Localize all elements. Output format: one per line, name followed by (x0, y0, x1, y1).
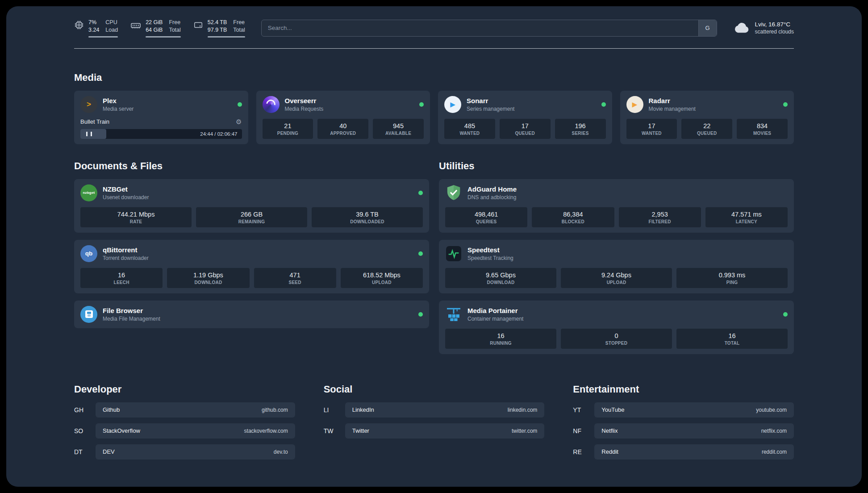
bookmark-link-twitter[interactable]: Twitter twitter.com (345, 423, 545, 439)
stat-value: 1.19 Gbps (169, 272, 247, 279)
bookmark-row: TW Twitter twitter.com (324, 423, 545, 439)
disk-icon (193, 20, 203, 30)
service-card-overseerr[interactable]: Overseerr Media Requests 21PENDING 40APP… (256, 91, 430, 144)
stat-tile: 22QUEUED (681, 119, 732, 139)
bookmark-abbr: LI (324, 406, 345, 414)
service-card-nzbget[interactable]: nzbget NZBGet Usenet downloader 744.21 M… (74, 179, 429, 233)
stat-label: TOTAL (678, 341, 786, 346)
bookmark-group-entertainment: Entertainment YT YouTube youtube.com NF … (573, 384, 794, 460)
bookmark-name: Twitter (352, 427, 369, 434)
filebrowser-icon (80, 306, 97, 323)
bookmark-row: RE Reddit reddit.com (573, 444, 794, 460)
radarr-play-glyph: ▶ (632, 100, 638, 109)
cpu-widget: 7% 3.24 CPU Load (74, 19, 118, 38)
stat-tile: 16LEECH (80, 268, 163, 288)
stat-value: 17 (501, 122, 549, 130)
search-input[interactable] (262, 20, 698, 36)
playback-progress-fill (80, 129, 106, 139)
bookmark-row: DT DEV dev.to (74, 444, 295, 460)
stat-value: 16 (678, 332, 786, 339)
stat-value: 485 (446, 122, 493, 130)
stat-tile: 39.6 TBDOWNLOADED (312, 207, 423, 227)
qbittorrent-wordmark: qb (85, 250, 93, 257)
stat-value: 86,384 (534, 211, 612, 218)
stat-tile: 21PENDING (263, 119, 313, 139)
bookmark-link-github[interactable]: Github github.com (96, 402, 295, 418)
bookmark-link-youtube[interactable]: YouTube youtube.com (594, 402, 794, 418)
search-bar: G (261, 20, 717, 37)
stat-label: WANTED (446, 131, 493, 136)
stat-value: 2,953 (621, 211, 699, 218)
bookmark-url: dev.to (274, 449, 288, 455)
memory-total-label: Total (169, 26, 180, 34)
service-card-plex[interactable]: > Plex Media server Bullet Train ⚙ 24:44… (74, 91, 248, 144)
service-name: File Browser (103, 307, 160, 315)
bookmark-abbr: NF (573, 427, 594, 435)
stat-label: RATE (82, 219, 190, 224)
bookmark-abbr: TW (324, 427, 345, 435)
section-title-utilities: Utilities (439, 160, 794, 172)
stat-label: PING (678, 280, 786, 285)
section-title-documents: Documents & Files (74, 160, 429, 172)
pause-button[interactable] (86, 132, 92, 136)
stat-value: 0.993 ms (678, 272, 786, 279)
service-name: Sonarr (467, 97, 514, 105)
cpu-usage-bar (88, 36, 118, 38)
bookmark-link-dev[interactable]: DEV dev.to (96, 444, 295, 460)
service-card-adguard[interactable]: AdGuard Home DNS and adblocking 498,461Q… (439, 179, 794, 233)
stat-label: SEED (256, 280, 334, 285)
section-title-entertainment: Entertainment (573, 384, 794, 395)
status-dot (601, 102, 606, 107)
media-grid: > Plex Media server Bullet Train ⚙ 24:44… (74, 91, 794, 144)
service-card-portainer[interactable]: Media Portainer Container management 16R… (439, 301, 794, 354)
stat-label: DOWNLOAD (447, 280, 555, 285)
service-card-speedtest[interactable]: Speedtest Speedtest Tracking 9.65 GbpsDO… (439, 240, 794, 293)
service-desc: Usenet downloader (103, 194, 149, 201)
stat-value: 39.6 TB (313, 211, 421, 218)
plex-chevron-glyph: > (87, 100, 91, 109)
stat-label: MOVIES (739, 131, 786, 136)
stat-label: DOWNLOAD (169, 280, 247, 285)
memory-free-value: 22 GiB (146, 19, 163, 26)
service-card-qbittorrent[interactable]: qb qBittorrent Torrent downloader 16LEEC… (74, 240, 429, 293)
status-dot (238, 102, 242, 107)
service-desc: Speedtest Tracking (467, 255, 513, 261)
stat-label: UPLOAD (342, 280, 421, 285)
service-card-sonarr[interactable]: ▶ Sonarr Series management 485WANTED 17Q… (438, 91, 612, 144)
disk-free-label: Free (233, 19, 245, 26)
overseerr-swirl (264, 98, 277, 111)
stat-value: 0 (563, 332, 670, 339)
disk-widget: 52.4 TB 97.9 TB Free Total (193, 19, 245, 38)
stat-label: PENDING (264, 131, 312, 136)
disk-usage-bar (208, 36, 245, 38)
status-dot (783, 312, 788, 317)
stat-tile: 40APPROVED (317, 119, 368, 139)
bookmark-link-stackoverflow[interactable]: StackOverflow stackoverflow.com (96, 423, 295, 439)
memory-usage-bar (146, 36, 181, 38)
bookmark-link-reddit[interactable]: Reddit reddit.com (594, 444, 794, 460)
sonarr-icon: ▶ (444, 96, 461, 113)
gear-icon[interactable]: ⚙ (236, 118, 242, 125)
bookmark-url: github.com (262, 407, 288, 413)
playback-progress-bar[interactable]: 24:44 / 02:06:47 (80, 129, 242, 139)
service-card-radarr[interactable]: ▶ Radarr Movie management 17WANTED 22QUE… (620, 91, 794, 144)
search-provider-button[interactable]: G (698, 20, 717, 36)
service-card-filebrowser[interactable]: File Browser Media File Management (74, 301, 429, 328)
service-name: Radarr (649, 97, 696, 105)
bookmark-link-netflix[interactable]: Netflix netflix.com (594, 423, 794, 439)
bookmark-name: LinkedIn (352, 406, 374, 413)
documents-column: Documents & Files nzbget NZBGet Usenet d… (74, 160, 429, 328)
stat-value: 47.571 ms (707, 211, 786, 218)
section-title-social: Social (324, 384, 545, 395)
bookmark-url: reddit.com (762, 449, 787, 455)
bookmark-link-linkedin[interactable]: LinkedIn linkedin.com (345, 402, 545, 418)
section-title-developer: Developer (74, 384, 295, 395)
stat-value: 498,461 (447, 211, 526, 218)
stat-tile: 471SEED (254, 268, 336, 288)
service-desc: Series management (467, 106, 514, 112)
stat-label: LEECH (82, 280, 161, 285)
stat-tile: 744.21 MbpsRATE (80, 207, 192, 227)
bookmark-name: Netflix (601, 427, 618, 434)
stat-tile: 485WANTED (444, 119, 495, 139)
service-name: NZBGet (103, 185, 149, 193)
